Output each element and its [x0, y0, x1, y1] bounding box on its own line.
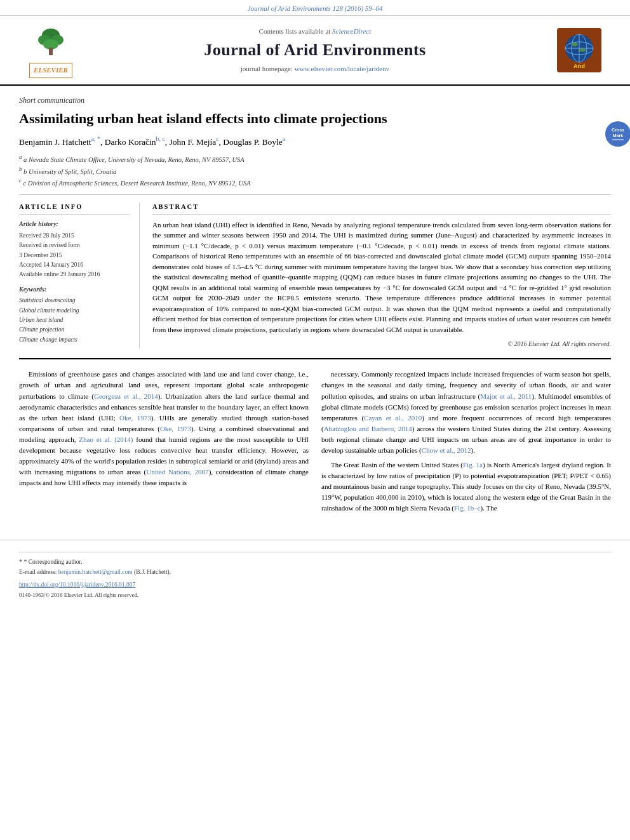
- ref-oke1973b: Oke, 1973: [160, 425, 191, 432]
- article-title: Assimilating urban heat island effects i…: [19, 110, 611, 128]
- received-date: Received 28 July 2015: [19, 232, 130, 240]
- journal-header-right: Arid: [541, 28, 617, 72]
- ref-chow2012: Chow et al., 2012: [422, 446, 471, 454]
- ref-georgesu: Georgesu et al., 2014: [94, 392, 158, 400]
- journal-ref: Journal of Arid Environments 128 (2016) …: [248, 4, 383, 12]
- revised-date: 3 December 2015: [19, 251, 130, 260]
- ref-zhao2014: Zhao et al. (2014): [79, 436, 133, 443]
- article-type-label: Short communication: [19, 95, 611, 106]
- journal-ref-bar: Journal of Arid Environments 128 (2016) …: [0, 0, 630, 16]
- received-revised-label: Received in revised form: [19, 241, 130, 250]
- keyword-4: Climate projection: [19, 326, 130, 334]
- main-body: Emissions of greenhouse gases and change…: [19, 358, 611, 517]
- author1-name: Benjamin J. Hatchett: [19, 137, 91, 147]
- article-footer: * * Corresponding author. E-mail address…: [0, 540, 630, 605]
- ref-un2007: United Nations, 2007: [146, 468, 208, 476]
- abstract-text: An urban heat island (UHI) effect is ide…: [152, 220, 611, 335]
- svg-text:Cross: Cross: [612, 128, 624, 132]
- sciencedirect-link[interactable]: ScienceDirect: [332, 27, 371, 35]
- svg-point-12: [572, 43, 578, 46]
- svg-point-13: [579, 49, 586, 52]
- article-info-col: ARTICLE INFO Article history: Received 2…: [19, 203, 140, 349]
- corresponding-note: * * Corresponding author.: [19, 557, 611, 566]
- keywords-label: Keywords:: [19, 285, 130, 294]
- abstract-col: ABSTRACT An urban heat island (UHI) effe…: [152, 203, 611, 349]
- footer-divider: [19, 552, 611, 552]
- affiliation-a: a a Nevada State Climate Office, Univers…: [19, 153, 611, 164]
- info-abstract-section: ARTICLE INFO Article history: Received 2…: [19, 194, 611, 349]
- svg-rect-5: [49, 48, 53, 55]
- elsevier-label: ELSEVIER: [29, 63, 72, 77]
- journal-homepage: journal homepage: www.elsevier.com/locat…: [89, 64, 541, 74]
- author3-name: , John F. Mejía: [165, 137, 216, 147]
- arid-globe-logo: Arid: [557, 28, 601, 72]
- issn-line: 0140-1963/© 2016 Elsevier Ltd. All right…: [19, 591, 611, 599]
- doi-link[interactable]: http://dx.doi.org/10.1016/j.jaridenv.201…: [19, 582, 135, 588]
- journal-header-left: ELSEVIER: [13, 22, 89, 77]
- page: Journal of Arid Environments 128 (2016) …: [0, 0, 630, 606]
- crossmark-icon: Cross Mark: [605, 121, 630, 147]
- article-content: Short communication Assimilating urban h…: [0, 86, 630, 527]
- body-p3: The Great Basin of the western United St…: [321, 460, 611, 514]
- body-p2: necessary. Commonly recognized impacts i…: [321, 369, 611, 455]
- available-date: Available online 29 January 2016: [19, 270, 130, 279]
- ref-fig1bc: Fig. 1b–c: [454, 504, 481, 512]
- ref-oke1973a: Oke, 1973: [119, 414, 151, 422]
- keyword-1: Statistical downscaling: [19, 297, 130, 305]
- crossmark-badge: Cross Mark: [605, 121, 630, 146]
- svg-text:Arid: Arid: [573, 63, 585, 69]
- abstract-title: ABSTRACT: [152, 203, 611, 215]
- body-col-right: necessary. Commonly recognized impacts i…: [321, 369, 611, 517]
- body-two-col: Emissions of greenhouse gases and change…: [19, 369, 611, 517]
- affiliation-c: c c Division of Atmospheric Sciences, De…: [19, 177, 611, 188]
- ref-abatzoglou2014: Abatzoglou and Barbero, 2014: [324, 425, 412, 432]
- author1-ref: a, *: [91, 135, 100, 142]
- author-email[interactable]: benjamin.hatchett@gmail.com: [58, 569, 133, 575]
- author2-name: , Darko Koračin: [100, 137, 156, 147]
- affiliation-b: b b University of Split, Split, Croatia: [19, 165, 611, 177]
- author2-ref: b, c: [156, 135, 164, 142]
- ref-major2011: Major et al., 2011: [480, 392, 532, 400]
- affiliations: a a Nevada State Climate Office, Univers…: [19, 153, 611, 188]
- sciencedirect-text: Contents lists available at ScienceDirec…: [89, 27, 541, 36]
- keyword-2: Global climate modeling: [19, 307, 130, 315]
- homepage-link[interactable]: www.elsevier.com/locate/jaridenv: [295, 65, 390, 72]
- author4-name: , Douglas P. Boyle: [219, 137, 283, 147]
- accepted-date: Accepted 14 January 2016: [19, 261, 130, 269]
- article-info-title: ARTICLE INFO: [19, 203, 130, 215]
- email-line: E-mail address: benjamin.hatchett@gmail.…: [19, 568, 611, 577]
- email-suffix: (B.J. Hatchett).: [134, 569, 171, 575]
- body-col-left: Emissions of greenhouse gases and change…: [19, 369, 309, 517]
- keyword-3: Urban heat island: [19, 316, 130, 324]
- body-p1: Emissions of greenhouse gases and change…: [19, 369, 309, 488]
- journal-title: Journal of Arid Environments: [89, 39, 541, 62]
- ref-cayan2010: Cayan et al., 2010: [364, 414, 422, 422]
- email-label: E-mail address:: [19, 569, 57, 575]
- history-label: Article history:: [19, 220, 130, 229]
- abstract-copyright: © 2016 Elsevier Ltd. All rights reserved…: [152, 340, 611, 349]
- authors-line: Benjamin J. Hatchetta, *, Darko Koračinb…: [19, 135, 611, 148]
- elsevier-tree-logo: [32, 22, 70, 60]
- author4-ref: a: [283, 135, 285, 142]
- ref-fig1a: Fig. 1a: [463, 461, 483, 469]
- journal-header-center: Contents lists available at ScienceDirec…: [89, 27, 541, 74]
- journal-header: ELSEVIER Contents lists available at Sci…: [0, 16, 630, 85]
- star-symbol: *: [19, 558, 24, 565]
- keyword-5: Climate change impacts: [19, 336, 130, 344]
- svg-text:Mark: Mark: [613, 133, 623, 138]
